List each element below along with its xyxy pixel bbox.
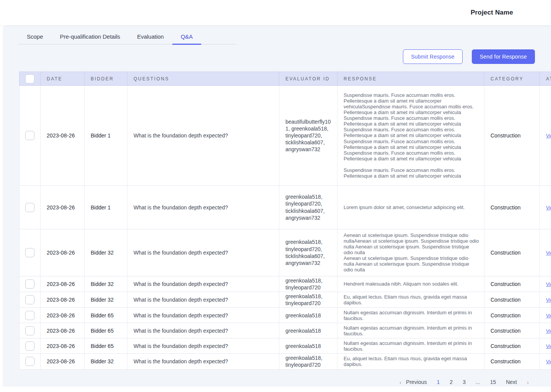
response-cell: Nullam egestas accumsan dignissim. Inter… xyxy=(337,338,484,354)
row-checkbox[interactable] xyxy=(25,326,34,335)
evaluator-id-cell: greenkoala518 xyxy=(279,338,337,354)
select-all-checkbox[interactable] xyxy=(25,74,34,83)
category-cell: Construction xyxy=(491,297,521,303)
table-row: 2023-08-26 Bidder 32 What is the foundat… xyxy=(20,292,551,307)
column-header-category: CATEGORY xyxy=(484,72,540,86)
row-checkbox[interactable] xyxy=(25,295,34,304)
view-attachment-link[interactable]: View xyxy=(546,343,551,349)
question-cell: What is the foundation depth expected? xyxy=(134,281,228,287)
table-row: 2023-08-26 Bidder 32 What is the foundat… xyxy=(20,229,551,276)
evaluator-id-cell: greenkoala518 xyxy=(279,323,337,338)
row-checkbox[interactable] xyxy=(25,311,34,320)
column-header-date: DATE xyxy=(41,72,85,86)
top-bar: Project Name xyxy=(0,0,551,25)
pagination-page-15[interactable]: 15 xyxy=(490,379,496,385)
row-checkbox[interactable] xyxy=(25,131,34,140)
view-attachment-link[interactable]: View xyxy=(546,281,551,287)
question-cell: What is the foundation depth expected? xyxy=(134,132,228,139)
pagination-next[interactable]: Next xyxy=(506,379,517,385)
bidder-cell: Bidder 32 xyxy=(91,281,114,287)
view-attachment-link[interactable]: View xyxy=(546,250,551,256)
chevron-left-icon[interactable]: ‹ xyxy=(399,379,401,385)
row-checkbox[interactable] xyxy=(25,279,34,289)
question-cell: What is the foundation depth expected? xyxy=(134,204,228,211)
pagination-page-3[interactable]: 3 xyxy=(463,379,466,385)
tab-evaluation[interactable]: Evaluation xyxy=(129,31,172,44)
date-cell: 2023-08-26 xyxy=(47,297,75,303)
send-for-response-button[interactable]: Send for Response xyxy=(472,49,535,64)
tab-qa[interactable]: Q&A xyxy=(172,31,201,44)
response-cell: Aenean ut scelerisque ipsum. Suspendisse… xyxy=(337,229,484,276)
bidder-cell: Bidder 32 xyxy=(91,250,114,256)
action-buttons: Submit Response Send for Response xyxy=(3,49,535,64)
table-row: 2023-08-26 Bidder 65 What is the foundat… xyxy=(20,338,551,354)
tab-bar: Scope Pre-qualification Details Evaluati… xyxy=(18,31,236,44)
response-cell: Lorem ipsum dolor sit amet, consectetur … xyxy=(337,186,484,229)
bidder-cell: Bidder 1 xyxy=(91,132,111,139)
view-attachment-link[interactable]: View xyxy=(546,297,551,303)
table-row: 2023-08-26 Bidder 32 What is the foundat… xyxy=(20,276,551,292)
date-cell: 2023-08-26 xyxy=(47,358,75,364)
chevron-right-icon[interactable]: › xyxy=(527,379,529,385)
pagination-page-1[interactable]: 1 xyxy=(437,379,440,385)
view-attachment-link[interactable]: View xyxy=(546,205,551,211)
tab-scope[interactable]: Scope xyxy=(18,31,52,44)
table-row: 2023-08-26 Bidder 32 What is the foundat… xyxy=(20,354,551,369)
bidder-cell: Bidder 32 xyxy=(91,297,114,303)
tab-pre-qualification-details[interactable]: Pre-qualification Details xyxy=(52,31,129,44)
category-cell: Construction xyxy=(491,132,521,139)
question-cell: What is the foundation depth expected? xyxy=(134,250,228,256)
response-cell: Hendrerit malesuada nibh. Aliquam non so… xyxy=(337,276,484,292)
pagination-page-2[interactable]: 2 xyxy=(450,379,453,385)
question-cell: What is the foundation depth expected? xyxy=(134,312,228,318)
table-row: 2023-08-26 Bidder 65 What is the foundat… xyxy=(20,308,551,323)
response-cell: Eu, aliquet lectus. Etiam risus risus, g… xyxy=(337,292,484,307)
row-checkbox[interactable] xyxy=(25,357,34,366)
evaluator-id-cell: greenkoala518, tinyleopard720 xyxy=(279,292,337,307)
response-cell: Nullam egestas accumsan dignissim. Inter… xyxy=(337,323,484,338)
date-cell: 2023-08-26 xyxy=(47,250,75,256)
table-row: 2023-08-26 Bidder 1 What is the foundati… xyxy=(20,186,551,229)
question-cell: What is the foundation depth expected? xyxy=(134,358,228,364)
date-cell: 2023-08-26 xyxy=(47,328,75,334)
pagination-previous[interactable]: Previous xyxy=(406,379,427,385)
content-panel: Scope Pre-qualification Details Evaluati… xyxy=(3,25,551,387)
evaluator-id-cell: greenkoala518, tinyleopard720 xyxy=(279,354,337,369)
view-attachment-link[interactable]: View xyxy=(546,359,551,364)
category-cell: Construction xyxy=(491,328,521,334)
column-header-evaluator-id: EVALUATOR ID xyxy=(279,72,337,86)
submit-response-button[interactable]: Submit Response xyxy=(403,49,463,64)
question-cell: What is the foundation depth expected? xyxy=(134,328,228,334)
date-cell: 2023-08-26 xyxy=(47,312,75,318)
column-header-attachment: ATTACHMENT xyxy=(540,72,551,86)
table-header: DATE BIDDER QUESTIONS EVALUATOR ID RESPO… xyxy=(20,72,551,86)
row-checkbox[interactable] xyxy=(25,248,34,257)
table-row: 2023-08-26 Bidder 1 What is the foundati… xyxy=(20,86,551,186)
category-cell: Construction xyxy=(491,312,521,318)
bidder-cell: Bidder 65 xyxy=(91,312,114,318)
question-cell: What is the foundation depth expected? xyxy=(134,343,228,349)
bidder-cell: Bidder 1 xyxy=(91,204,111,211)
pagination-ellipsis: ... xyxy=(476,379,480,385)
evaluator-id-cell: greenkoala518, tinyleopard720, ticklishk… xyxy=(279,186,337,229)
evaluator-id-cell: greenkoala518 xyxy=(279,308,337,323)
column-header-bidder: BIDDER xyxy=(85,72,127,86)
category-cell: Construction xyxy=(491,343,521,349)
category-cell: Construction xyxy=(491,281,521,287)
date-cell: 2023-08-26 xyxy=(47,281,75,287)
view-attachment-link[interactable]: View xyxy=(546,313,551,318)
response-cell: Nullam egestas accumsan dignissim. Inter… xyxy=(337,308,484,323)
evaluator-id-cell: greenkoala518, tinyleopard720, ticklishk… xyxy=(279,229,337,276)
column-header-questions: QUESTIONS xyxy=(127,72,279,86)
category-cell: Construction xyxy=(491,250,521,256)
row-checkbox[interactable] xyxy=(25,341,34,351)
table-row: 2023-08-26 Bidder 65 What is the foundat… xyxy=(20,323,551,338)
view-attachment-link[interactable]: View xyxy=(546,133,551,139)
row-checkbox[interactable] xyxy=(25,203,34,212)
category-cell: Construction xyxy=(491,358,521,364)
view-attachment-link[interactable]: View xyxy=(546,328,551,334)
pagination: ‹ Previous 1 2 3 ... 15 Next › xyxy=(3,379,529,385)
qa-table: DATE BIDDER QUESTIONS EVALUATOR ID RESPO… xyxy=(19,72,551,370)
bidder-cell: Bidder 65 xyxy=(91,343,114,349)
column-header-response: RESPONSE xyxy=(337,72,484,86)
